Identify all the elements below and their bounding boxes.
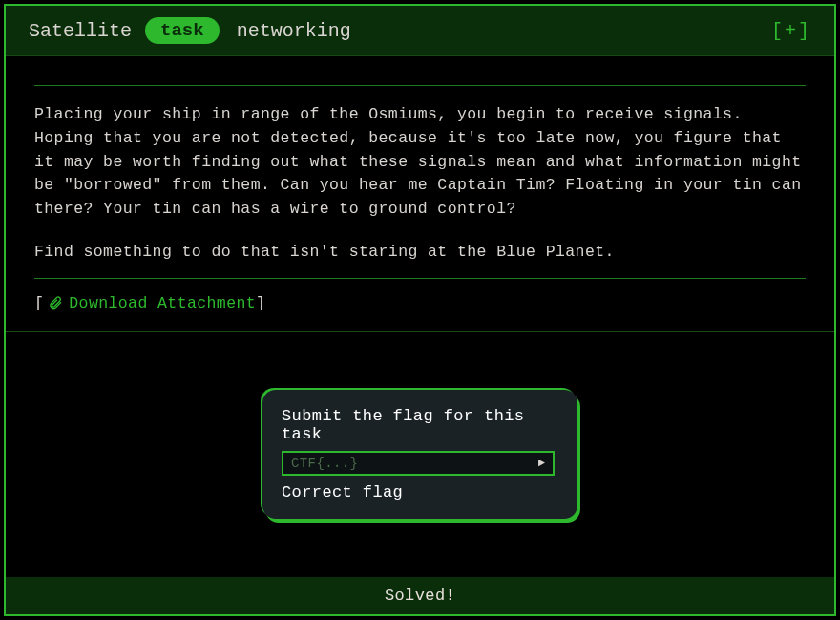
task-category: networking xyxy=(237,20,351,42)
paperclip-icon xyxy=(48,294,63,311)
task-body: Placing your ship in range of the Osmium… xyxy=(6,56,834,331)
expand-button[interactable]: [+] xyxy=(771,20,811,42)
submit-arrow-icon[interactable]: ► xyxy=(538,457,545,470)
submit-label: Submit the flag for this task xyxy=(282,407,555,443)
task-title: Satellite xyxy=(29,20,132,42)
task-description: Placing your ship in range of the Osmium… xyxy=(34,103,806,222)
download-row: [ Download Attachment ] xyxy=(34,294,806,312)
submit-box: Submit the flag for this task ► Correct … xyxy=(262,390,578,519)
divider xyxy=(34,278,806,279)
bracket-close: ] xyxy=(256,294,265,312)
task-hint: Find something to do that isn't staring … xyxy=(34,243,806,261)
flag-input-wrap: ► xyxy=(282,451,555,476)
submit-status: Correct flag xyxy=(282,483,555,502)
task-footer: Solved! xyxy=(6,577,834,614)
divider xyxy=(34,85,806,86)
solved-label: Solved! xyxy=(385,587,455,605)
download-attachment-link[interactable]: Download Attachment xyxy=(69,294,256,312)
task-badge: task xyxy=(145,17,220,44)
submit-area: Submit the flag for this task ► Correct … xyxy=(6,332,834,577)
task-panel: Satellite task networking [+] Placing yo… xyxy=(4,4,836,616)
task-header: Satellite task networking [+] xyxy=(6,6,834,56)
flag-input[interactable] xyxy=(291,456,538,471)
bracket-open: [ xyxy=(34,294,44,312)
